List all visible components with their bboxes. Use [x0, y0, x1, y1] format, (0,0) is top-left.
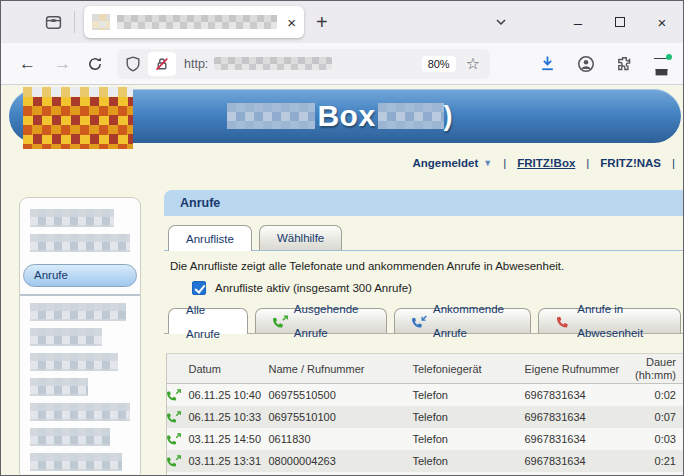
- call-duration: 0:03: [624, 428, 684, 450]
- call-date: 06.11.25 10:33: [189, 406, 269, 428]
- new-tab-button[interactable]: +: [316, 11, 328, 34]
- tab-bar: × + – ×: [1, 1, 683, 43]
- dauer-line2: (hh:mm): [624, 369, 677, 382]
- call-date: 06.11.25 10:40: [189, 384, 269, 406]
- table-row: 06.11.25 10:40 06975510500 Telefon 69678…: [167, 384, 684, 406]
- filter-tab-label: Anrufe in Abwesenheit: [577, 297, 663, 345]
- sidebar-item-anrufe[interactable]: Anrufe: [23, 264, 137, 287]
- back-icon[interactable]: ←: [19, 54, 36, 74]
- shield-icon[interactable]: [125, 56, 141, 72]
- maximize-button[interactable]: [599, 1, 641, 43]
- call-filter-tabs: Alle Anrufe Ausgehende Anrufe Ankommende…: [164, 308, 684, 334]
- call-duration: 0:02: [624, 384, 684, 406]
- table-row: 06.11.25 10:33 06975510100 Telefon 69678…: [167, 406, 684, 428]
- outgoing-call-icon[interactable]: [167, 411, 189, 423]
- list-tabs-chevron-icon[interactable]: [493, 14, 509, 30]
- brand-logo-redacted: [23, 87, 133, 149]
- calllist-active-label: Anrufliste aktiv (insgesamt 300 Anrufe): [215, 282, 412, 294]
- call-date: 03.11.25 14:50: [189, 428, 269, 450]
- forward-icon[interactable]: →: [54, 54, 71, 74]
- filter-tab-alle-anrufe[interactable]: Alle Anrufe: [168, 308, 248, 334]
- banner-title-text: Box: [317, 99, 375, 133]
- table-header-row: Datum Name / Rufnummer Telefoniegerät Ei…: [167, 354, 684, 384]
- tab-favicon-redacted: [92, 14, 110, 30]
- call-own-number: [525, 472, 624, 476]
- url-bar[interactable]: http: 80% ☆: [117, 49, 490, 79]
- sidebar-item-redacted: [30, 428, 110, 446]
- filter-tab-ausgehende[interactable]: Ausgehende Anrufe: [255, 308, 387, 333]
- table-row: 03.11.25 14:50 0611830 Telefon 696783163…: [167, 428, 684, 450]
- account-icon[interactable]: [577, 55, 595, 73]
- tab-close-icon[interactable]: ×: [287, 15, 296, 30]
- bookmark-star-icon[interactable]: ☆: [466, 54, 480, 73]
- nav-separator: |: [503, 157, 506, 169]
- call-date: 03.11.25 13:31: [189, 450, 269, 472]
- nav-link-fritzbox[interactable]: FRITZ!Box: [517, 157, 575, 169]
- calllist-active-row: Anrufliste aktiv (insgesamt 300 Anrufe): [192, 281, 684, 295]
- banner-title-suffix: ): [444, 101, 453, 132]
- browser-tab[interactable]: ×: [84, 6, 304, 38]
- filter-tab-ankommende[interactable]: Ankommende Anrufe: [394, 308, 531, 333]
- extensions-puzzle-icon[interactable]: [616, 55, 633, 72]
- url-scheme-text: http:: [184, 57, 208, 71]
- sidebar-item-redacted: [30, 234, 130, 252]
- page-title: Anrufe: [164, 190, 684, 216]
- filter-tab-abwesenheit[interactable]: Anrufe in Abwesenheit: [538, 308, 681, 333]
- outgoing-call-icon[interactable]: [167, 433, 189, 445]
- call-duration: [624, 472, 684, 476]
- calllist-active-checkbox[interactable]: [192, 281, 206, 295]
- firefox-view-icon[interactable]: [45, 14, 62, 31]
- column-datum: Datum: [189, 354, 269, 384]
- column-dauer: Dauer (hh:mm): [624, 354, 684, 384]
- call-number: 06975510500: [269, 384, 413, 406]
- maximize-icon: [615, 17, 625, 27]
- call-number: [269, 472, 413, 476]
- sidebar-menu: Anrufe: [19, 197, 141, 474]
- call-date: [189, 472, 269, 476]
- nav-link-fritznas[interactable]: FRITZ!NAS: [600, 157, 661, 169]
- incoming-call-icon: [412, 315, 427, 328]
- fritzbox-page: Box ) Angemeldet ▼ | FRITZ!Box | FRITZ!N…: [1, 85, 683, 474]
- main-panel: Anrufe Anrufliste Wählhilfe Die Anruflis…: [164, 190, 684, 474]
- logged-in-menu[interactable]: Angemeldet ▼: [412, 157, 492, 169]
- column-name-rufnummer: Name / Rufnummer: [269, 354, 413, 384]
- tab-waehlhilfe[interactable]: Wählhilfe: [259, 225, 342, 250]
- call-duration: 0:21: [624, 450, 684, 472]
- call-list-table: Datum Name / Rufnummer Telefoniegerät Ei…: [166, 353, 684, 476]
- sidebar-item-redacted: [30, 353, 118, 371]
- table-row-partial: [167, 472, 684, 476]
- sidebar-divider: [20, 294, 140, 296]
- reload-icon[interactable]: [87, 56, 103, 72]
- call-device: Telefon: [413, 384, 525, 406]
- main-tabs: Anrufliste Wählhilfe: [164, 225, 684, 251]
- outgoing-call-icon[interactable]: [167, 389, 189, 401]
- filter-tab-label: Ausgehende Anrufe: [294, 297, 369, 345]
- banner-title-redacted-left: [227, 103, 315, 129]
- call-number: 08000004263: [269, 450, 413, 472]
- call-number: 0611830: [269, 428, 413, 450]
- table-row: 03.11.25 13:31 08000004263 Telefon 69678…: [167, 450, 684, 472]
- column-eigene-rufnummer: Eigene Rufnummer: [525, 354, 624, 384]
- outgoing-call-icon[interactable]: [167, 455, 189, 467]
- insecure-lock-icon[interactable]: [148, 52, 176, 76]
- call-own-number: 6967831634: [525, 428, 624, 450]
- call-own-number: 6967831634: [525, 384, 624, 406]
- close-window-button[interactable]: ×: [641, 1, 683, 43]
- chevron-down-icon: ▼: [483, 158, 492, 168]
- call-duration: 0:07: [624, 406, 684, 428]
- sidebar-item-redacted: [30, 378, 88, 396]
- sidebar-item-redacted: [30, 303, 126, 321]
- downloads-icon[interactable]: [539, 55, 556, 72]
- sidebar-item-redacted: [30, 328, 102, 346]
- call-device: Telefon: [413, 428, 525, 450]
- sidebar-item-redacted: [30, 403, 130, 421]
- sidebar-item-redacted: [30, 209, 114, 227]
- call-device: Telefon: [413, 450, 525, 472]
- logged-in-label: Angemeldet: [412, 157, 478, 169]
- column-icon: [167, 354, 189, 384]
- zoom-level-badge[interactable]: 80%: [422, 56, 456, 72]
- menu-hamburger-icon[interactable]: [654, 58, 669, 69]
- minimize-button[interactable]: –: [557, 1, 599, 43]
- tab-anrufliste[interactable]: Anrufliste: [168, 225, 252, 251]
- banner-title-redacted-right: [378, 103, 444, 129]
